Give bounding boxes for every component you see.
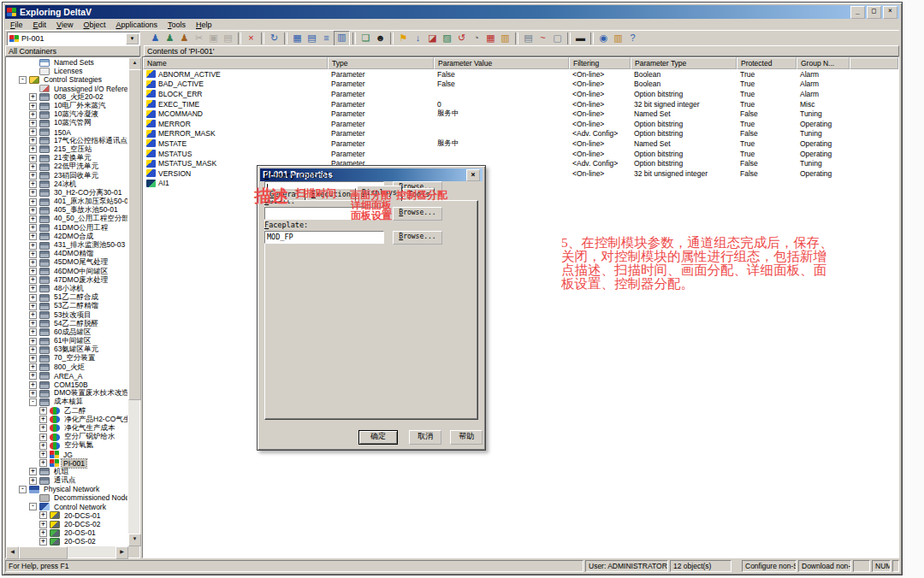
tree-item[interactable]: Licenses xyxy=(7,67,127,75)
tree-expander-icon[interactable]: + xyxy=(29,215,37,223)
restore-button[interactable]: □ xyxy=(867,6,881,19)
tree-expander-icon[interactable]: - xyxy=(19,76,27,84)
combo-dropdown-icon[interactable]: ▼ xyxy=(126,33,139,44)
field-input[interactable] xyxy=(264,207,384,220)
tree-item[interactable]: + 20-OS-02 xyxy=(7,537,127,546)
MERROR_MASK[interactable]: MERROR_MASK Parameter <Adv. Config> Opti… xyxy=(143,129,898,139)
ok-button[interactable]: 确定 xyxy=(358,430,398,445)
close-button[interactable]: × xyxy=(883,6,897,19)
tree-expander-icon[interactable]: + xyxy=(29,145,37,153)
tree-horizontal-scrollbar[interactable]: ◀ ▶ xyxy=(6,546,128,557)
MCOMMAND[interactable]: MCOMMAND Parameter 服务中 <On-line> Named S… xyxy=(143,109,898,119)
tree-expander-icon[interactable]: + xyxy=(39,538,47,546)
tree-hscroll-thumb[interactable] xyxy=(19,546,68,559)
tree-item[interactable]: + AREA_A xyxy=(7,372,127,380)
list-view-icon[interactable]: ≡ xyxy=(319,32,334,45)
tree-expander-icon[interactable]: + xyxy=(29,189,37,197)
tree-expander-icon[interactable]: + xyxy=(29,303,37,310)
undo-icon[interactable]: ↺ xyxy=(454,32,469,45)
console-icon[interactable]: ▢ xyxy=(550,32,565,45)
tree-item[interactable]: + 20-DCS-01 xyxy=(7,511,127,520)
delete-icon[interactable]: × xyxy=(244,32,258,45)
small-icons-icon[interactable]: ▤ xyxy=(305,32,319,45)
details-view-icon[interactable]: ▥ xyxy=(334,31,350,46)
tree-item[interactable]: + JG xyxy=(7,450,127,458)
copy-icon[interactable]: ▣ xyxy=(206,32,221,45)
tab-general[interactable]: General xyxy=(264,188,305,200)
process-history-icon[interactable]: ▤ xyxy=(521,32,536,45)
tree-item[interactable]: - Control Strategies xyxy=(7,75,127,84)
tree-expander-icon[interactable]: + xyxy=(29,294,37,302)
tree-expander-icon[interactable]: + xyxy=(29,320,37,327)
tree-vertical-scrollbar[interactable]: ▲ ▼ xyxy=(128,57,139,546)
MSTATUS[interactable]: MSTATUS Parameter <On-line> Option bitst… xyxy=(143,149,898,159)
tree-expander-icon[interactable]: + xyxy=(29,468,37,475)
web-icon[interactable]: ◉ xyxy=(596,32,611,45)
books-icon[interactable]: ▥ xyxy=(498,32,512,45)
cut-icon[interactable]: ✂ xyxy=(192,32,206,45)
menu-item-edit[interactable]: Edit xyxy=(28,21,52,29)
tree-expander-icon[interactable]: + xyxy=(29,251,37,258)
tree-vscroll-thumb[interactable] xyxy=(128,69,141,400)
tree-expander-icon[interactable]: + xyxy=(29,346,37,354)
minimize-button[interactable]: _ xyxy=(850,6,865,19)
scroll-up-icon[interactable]: ▲ xyxy=(128,57,141,70)
tree-item[interactable]: + 20-OS-01 xyxy=(7,528,127,537)
MERROR[interactable]: MERROR Parameter <On-line> Option bitstr… xyxy=(143,119,898,129)
large-icons-icon[interactable]: ▦ xyxy=(290,32,305,45)
help-button[interactable]: 帮助 xyxy=(450,430,483,445)
column-header[interactable]: Parameter Value xyxy=(434,57,569,69)
download-icon[interactable]: ↓ xyxy=(411,32,425,45)
MSTATE[interactable]: MSTATE Parameter 服务中 <On-line> Named Set… xyxy=(143,139,898,149)
hierarchy-icon-1[interactable]: ♟ xyxy=(148,32,163,45)
tab-tools[interactable]: Tools xyxy=(403,188,435,200)
tree-expander-icon[interactable]: - xyxy=(19,486,27,493)
tab-execution[interactable]: Execution xyxy=(306,188,356,200)
tree-expander-icon[interactable]: - xyxy=(29,398,37,406)
tree-expander-icon[interactable]: + xyxy=(29,128,37,136)
tree-expander-icon[interactable]: + xyxy=(29,224,37,232)
tree-expander-icon[interactable]: + xyxy=(29,155,37,162)
bol-icon[interactable]: ▥ xyxy=(611,32,625,45)
hierarchy-icon-2[interactable]: ♟ xyxy=(163,32,177,45)
browse-button[interactable]: Browse... xyxy=(393,231,442,245)
tree-expander-icon[interactable]: + xyxy=(29,363,37,371)
tree-expander-icon[interactable]: + xyxy=(29,207,37,215)
tree-expander-icon[interactable]: + xyxy=(39,424,47,432)
tree-item[interactable]: + 通讯点 xyxy=(7,476,127,485)
ABNORM_ACTIVE[interactable]: ABNORM_ACTIVE Parameter False <On-line> … xyxy=(143,69,898,80)
tab-displays[interactable]: Displays xyxy=(357,186,402,201)
tree-expander-icon[interactable]: + xyxy=(29,311,37,319)
scroll-right-icon[interactable]: ▶ xyxy=(116,546,128,559)
tree-expander-icon[interactable]: + xyxy=(29,172,37,180)
tree-expander-icon[interactable]: + xyxy=(39,459,47,467)
tree-expander-icon[interactable]: + xyxy=(29,233,37,240)
object-combo[interactable]: PI-001 ▼ xyxy=(7,32,140,46)
column-header[interactable]: Type xyxy=(328,57,434,69)
hierarchy-icon-3[interactable]: ♟ xyxy=(177,32,192,45)
BLOCK_ERR[interactable]: BLOCK_ERR Parameter <On-line> Option bit… xyxy=(143,89,898,99)
assignment-icon[interactable]: ▦ xyxy=(483,32,498,45)
tree-item[interactable]: - Control Network xyxy=(7,503,127,511)
graphics-icon[interactable]: ▨ xyxy=(440,32,454,45)
tree-expander-icon[interactable]: + xyxy=(39,529,47,537)
tree-expander-icon[interactable]: + xyxy=(29,93,37,101)
column-header[interactable]: Protected xyxy=(737,57,797,69)
scroll-down-icon[interactable]: ▼ xyxy=(128,534,141,546)
column-header[interactable]: Parameter Type xyxy=(631,57,737,69)
tree-expander-icon[interactable]: + xyxy=(29,242,37,250)
tree-expander-icon[interactable]: + xyxy=(29,328,37,336)
EXEC_TIME[interactable]: EXEC_TIME Parameter 0 <On-line> 32 bit s… xyxy=(143,99,898,109)
tree-item[interactable]: - Physical Network xyxy=(7,485,127,493)
tree-expander-icon[interactable]: + xyxy=(29,355,37,363)
browse-button[interactable]: Browse... xyxy=(393,207,442,221)
tree-expander-icon[interactable]: + xyxy=(29,338,37,345)
menu-item-help[interactable]: Help xyxy=(191,21,217,29)
field-input[interactable]: MOD_FP xyxy=(264,231,384,244)
tree-item[interactable]: + 空分氧氮 xyxy=(7,441,127,450)
menu-item-object[interactable]: Object xyxy=(78,21,110,29)
tree-expander-icon[interactable]: + xyxy=(29,390,37,398)
BAD_ACTIVE[interactable]: BAD_ACTIVE Parameter False <On-line> Boo… xyxy=(143,80,898,90)
scroll-left-icon[interactable]: ◀ xyxy=(6,546,19,559)
tree-expander-icon[interactable]: + xyxy=(39,451,47,458)
